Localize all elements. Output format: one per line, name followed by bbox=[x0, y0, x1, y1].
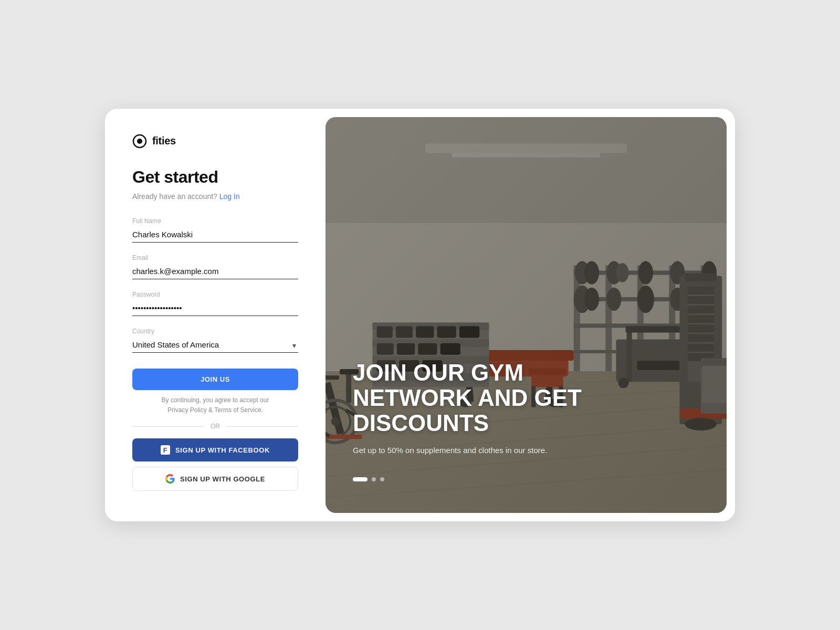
logo-icon bbox=[132, 134, 147, 149]
gym-subtitle: Get up to 50% on supplements and clothes… bbox=[353, 445, 573, 457]
facebook-icon: f bbox=[161, 445, 170, 455]
terms-text: By continuing, you agree to accept our P… bbox=[132, 395, 298, 415]
or-divider: OR bbox=[132, 423, 298, 430]
right-panel: JOIN OUR GYM NETWORK AND GET DISCOUNTS G… bbox=[326, 117, 727, 513]
full-name-group: Full Name bbox=[132, 217, 298, 243]
carousel-dot-1[interactable] bbox=[353, 477, 368, 481]
join-us-button[interactable]: JOIN US bbox=[132, 369, 298, 390]
password-input[interactable] bbox=[132, 301, 298, 316]
logo: fities bbox=[132, 134, 298, 149]
google-icon bbox=[165, 474, 175, 484]
full-name-label: Full Name bbox=[132, 217, 298, 225]
google-signup-button[interactable]: SIGN UP WITH GOOGLE bbox=[132, 467, 298, 491]
divider-line-left bbox=[132, 426, 204, 427]
country-select[interactable]: United States of America United Kingdom … bbox=[132, 338, 298, 353]
facebook-signup-button[interactable]: f SIGN UP WITH FACEBOOK bbox=[132, 438, 298, 461]
email-group: Email bbox=[132, 254, 298, 279]
gym-content: JOIN OUR GYM NETWORK AND GET DISCOUNTS G… bbox=[326, 117, 727, 513]
login-link[interactable]: Log In bbox=[219, 192, 240, 201]
country-label: Country bbox=[132, 328, 298, 335]
left-panel: fities Get started Already have an accou… bbox=[105, 109, 326, 521]
page-title: Get started bbox=[132, 167, 298, 187]
gym-headline: JOIN OUR GYM NETWORK AND GET DISCOUNTS bbox=[353, 360, 626, 436]
logo-text: fities bbox=[152, 135, 176, 147]
country-group: Country United States of America United … bbox=[132, 328, 298, 353]
password-group: Password bbox=[132, 291, 298, 316]
email-input[interactable] bbox=[132, 265, 298, 279]
svg-point-1 bbox=[137, 139, 142, 144]
divider-line-right bbox=[226, 426, 298, 427]
divider-label: OR bbox=[211, 423, 220, 430]
email-label: Email bbox=[132, 254, 298, 261]
main-card: fities Get started Already have an accou… bbox=[105, 109, 735, 521]
password-label: Password bbox=[132, 291, 298, 298]
carousel-dots bbox=[353, 477, 699, 481]
carousel-dot-2[interactable] bbox=[372, 477, 376, 481]
full-name-input[interactable] bbox=[132, 228, 298, 243]
carousel-dot-3[interactable] bbox=[380, 477, 384, 481]
country-wrapper: United States of America United Kingdom … bbox=[132, 338, 298, 353]
account-prompt: Already have an account? Log In bbox=[132, 192, 298, 201]
